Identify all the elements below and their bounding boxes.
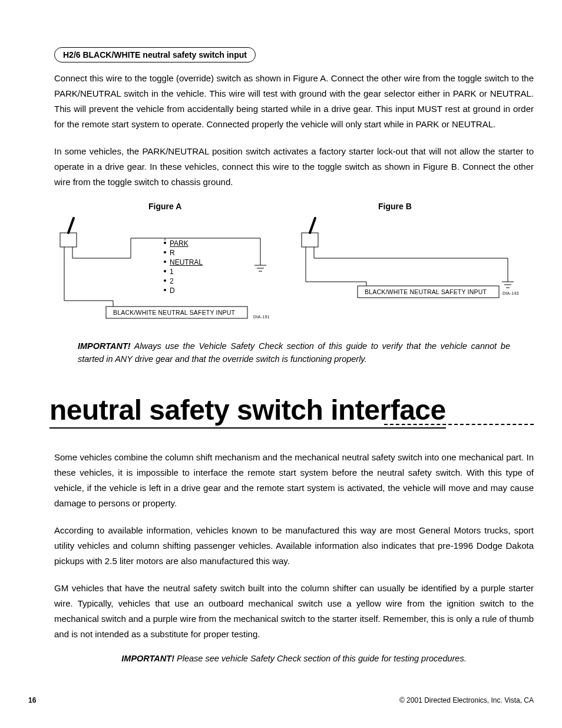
svg-point-6 xyxy=(164,242,166,244)
important-body: Please see vehicle Safety Check section … xyxy=(174,654,467,663)
svg-rect-16 xyxy=(302,233,318,247)
figure-a-diagram xyxy=(54,212,278,324)
gear-label: D xyxy=(170,286,203,295)
figure-b-input-label: BLACK/WHITE NEUTRAL SAFETY INPUT xyxy=(365,288,487,295)
gear-label: PARK xyxy=(170,239,203,248)
page-footer: 16 © 2001 Directed Electronics, Inc. Vis… xyxy=(28,696,534,704)
paragraph: In some vehicles, the PARK/NEUTRAL posit… xyxy=(54,144,534,190)
gear-label: R xyxy=(170,248,203,258)
svg-point-8 xyxy=(164,261,166,263)
paragraph: Connect this wire to the toggle (overrid… xyxy=(54,71,534,132)
gear-label: 1 xyxy=(170,267,203,276)
important-lead: IMPORTANT! xyxy=(78,341,131,351)
figure-a-input-label: BLACK/WHITE NEUTRAL SAFETY INPUT xyxy=(113,309,235,316)
gear-label: NEUTRAL xyxy=(170,258,203,267)
figure-a-gear-labels: PARK R NEUTRAL 1 2 D xyxy=(170,239,203,295)
figure-b-caption: Figure B xyxy=(378,202,412,211)
paragraph: Some vehicles combine the column shift m… xyxy=(54,450,534,511)
intro-text: Connect this wire to the toggle (overrid… xyxy=(54,71,534,190)
section-heading: neutral safety switch interface xyxy=(49,394,446,429)
gear-label: 2 xyxy=(170,276,203,286)
svg-point-7 xyxy=(164,251,166,253)
section-heading-row: neutral safety switch interface xyxy=(54,365,534,429)
figures-row: Figure A Figure B xyxy=(54,202,534,325)
important-lead: IMPORTANT! xyxy=(121,654,174,663)
pill-header: H2/6 BLACK/WHITE neutral safety switch i… xyxy=(54,47,256,62)
important-note: IMPORTANT! Always use the Vehicle Safety… xyxy=(78,340,510,365)
figure-b-code: DIA-143 xyxy=(503,291,519,295)
important-body: Always use the Vehicle Safety Check sect… xyxy=(78,341,510,364)
svg-line-17 xyxy=(310,218,315,233)
figure-a-code: DIA-151 xyxy=(253,315,270,319)
section-body: Some vehicles combine the column shift m… xyxy=(54,450,534,642)
svg-point-9 xyxy=(164,270,166,272)
svg-rect-0 xyxy=(60,233,77,247)
page: H2/6 BLACK/WHITE neutral safety switch i… xyxy=(0,0,562,728)
paragraph: GM vehicles that have the neutral safety… xyxy=(54,581,534,642)
svg-point-11 xyxy=(164,289,166,291)
figure-a-caption: Figure A xyxy=(148,202,181,211)
svg-line-1 xyxy=(68,218,74,233)
page-number: 16 xyxy=(28,696,36,704)
paragraph: According to available information, vehi… xyxy=(54,523,534,569)
svg-point-10 xyxy=(164,279,166,282)
important-note-2: IMPORTANT! Please see vehicle Safety Che… xyxy=(54,654,534,663)
copyright: © 2001 Directed Electronics, Inc. Vista,… xyxy=(399,696,534,704)
